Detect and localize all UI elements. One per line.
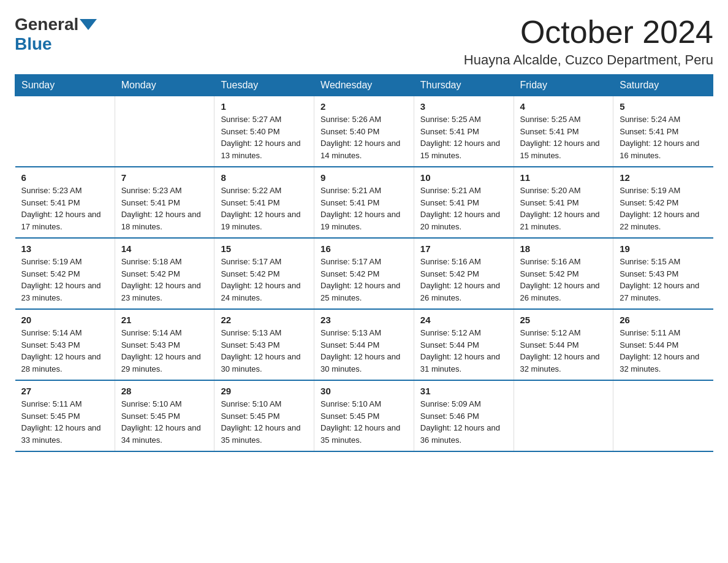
calendar-cell: 17Sunrise: 5:16 AM Sunset: 5:42 PM Dayli… xyxy=(414,238,514,309)
day-number: 21 xyxy=(121,315,208,325)
day-number: 13 xyxy=(21,243,108,254)
day-number: 23 xyxy=(320,315,408,325)
day-number: 14 xyxy=(121,243,208,254)
calendar-cell: 1Sunrise: 5:27 AM Sunset: 5:40 PM Daylig… xyxy=(214,96,314,167)
calendar-cell: 25Sunrise: 5:12 AM Sunset: 5:44 PM Dayli… xyxy=(514,309,613,380)
day-number: 4 xyxy=(520,101,607,112)
day-number: 6 xyxy=(21,172,108,183)
calendar-cell: 22Sunrise: 5:13 AM Sunset: 5:43 PM Dayli… xyxy=(214,309,314,380)
day-info: Sunrise: 5:20 AM Sunset: 5:41 PM Dayligh… xyxy=(520,185,607,232)
day-info: Sunrise: 5:17 AM Sunset: 5:42 PM Dayligh… xyxy=(221,256,308,304)
calendar-cell: 23Sunrise: 5:13 AM Sunset: 5:44 PM Dayli… xyxy=(314,309,414,380)
day-number: 29 xyxy=(221,386,308,396)
logo-general-text: General xyxy=(15,15,78,34)
calendar-cell: 11Sunrise: 5:20 AM Sunset: 5:41 PM Dayli… xyxy=(514,167,613,238)
day-number: 28 xyxy=(121,386,208,396)
calendar-cell: 12Sunrise: 5:19 AM Sunset: 5:42 PM Dayli… xyxy=(613,167,713,238)
calendar-cell: 3Sunrise: 5:25 AM Sunset: 5:41 PM Daylig… xyxy=(414,96,514,167)
calendar-cell: 21Sunrise: 5:14 AM Sunset: 5:43 PM Dayli… xyxy=(115,309,214,380)
day-number: 26 xyxy=(620,315,707,325)
calendar-week-row: 6Sunrise: 5:23 AM Sunset: 5:41 PM Daylig… xyxy=(15,167,713,238)
calendar-cell: 15Sunrise: 5:17 AM Sunset: 5:42 PM Dayli… xyxy=(214,238,314,309)
day-info: Sunrise: 5:14 AM Sunset: 5:43 PM Dayligh… xyxy=(121,327,208,375)
calendar-week-row: 27Sunrise: 5:11 AM Sunset: 5:45 PM Dayli… xyxy=(15,380,713,451)
day-info: Sunrise: 5:27 AM Sunset: 5:40 PM Dayligh… xyxy=(221,113,308,161)
day-number: 10 xyxy=(420,172,507,183)
logo: General Blue xyxy=(15,15,98,54)
day-number: 24 xyxy=(420,315,507,325)
calendar-cell: 19Sunrise: 5:15 AM Sunset: 5:43 PM Dayli… xyxy=(613,238,713,309)
day-info: Sunrise: 5:21 AM Sunset: 5:41 PM Dayligh… xyxy=(420,185,507,232)
day-info: Sunrise: 5:13 AM Sunset: 5:44 PM Dayligh… xyxy=(320,327,408,375)
calendar-cell: 30Sunrise: 5:10 AM Sunset: 5:45 PM Dayli… xyxy=(314,380,414,451)
day-info: Sunrise: 5:10 AM Sunset: 5:45 PM Dayligh… xyxy=(221,398,308,446)
weekday-header-monday: Monday xyxy=(115,75,214,96)
day-number: 1 xyxy=(221,101,308,112)
day-info: Sunrise: 5:22 AM Sunset: 5:41 PM Dayligh… xyxy=(221,185,308,232)
day-info: Sunrise: 5:16 AM Sunset: 5:42 PM Dayligh… xyxy=(420,256,507,304)
day-info: Sunrise: 5:17 AM Sunset: 5:42 PM Dayligh… xyxy=(320,256,408,304)
calendar-cell: 4Sunrise: 5:25 AM Sunset: 5:41 PM Daylig… xyxy=(514,96,613,167)
calendar-cell: 27Sunrise: 5:11 AM Sunset: 5:45 PM Dayli… xyxy=(15,380,115,451)
day-info: Sunrise: 5:16 AM Sunset: 5:42 PM Dayligh… xyxy=(520,256,607,304)
day-info: Sunrise: 5:11 AM Sunset: 5:44 PM Dayligh… xyxy=(620,327,707,375)
calendar-cell: 13Sunrise: 5:19 AM Sunset: 5:42 PM Dayli… xyxy=(15,238,115,309)
calendar-cell: 29Sunrise: 5:10 AM Sunset: 5:45 PM Dayli… xyxy=(214,380,314,451)
day-number: 8 xyxy=(221,172,308,183)
day-info: Sunrise: 5:11 AM Sunset: 5:45 PM Dayligh… xyxy=(21,398,108,446)
day-number: 30 xyxy=(320,386,408,396)
day-info: Sunrise: 5:10 AM Sunset: 5:45 PM Dayligh… xyxy=(320,398,408,446)
calendar-week-row: 1Sunrise: 5:27 AM Sunset: 5:40 PM Daylig… xyxy=(15,96,713,167)
calendar-cell: 8Sunrise: 5:22 AM Sunset: 5:41 PM Daylig… xyxy=(214,167,314,238)
weekday-header-tuesday: Tuesday xyxy=(214,75,314,96)
page-header: General Blue October 2024 Huayna Alcalde… xyxy=(15,15,713,68)
subtitle: Huayna Alcalde, Cuzco Department, Peru xyxy=(464,52,713,68)
calendar-cell: 24Sunrise: 5:12 AM Sunset: 5:44 PM Dayli… xyxy=(414,309,514,380)
calendar-cell: 26Sunrise: 5:11 AM Sunset: 5:44 PM Dayli… xyxy=(613,309,713,380)
logo-triangle-icon xyxy=(80,19,97,30)
weekday-header-saturday: Saturday xyxy=(613,75,713,96)
calendar-cell xyxy=(15,96,115,167)
calendar-cell: 6Sunrise: 5:23 AM Sunset: 5:41 PM Daylig… xyxy=(15,167,115,238)
day-number: 9 xyxy=(320,172,408,183)
calendar-week-row: 20Sunrise: 5:14 AM Sunset: 5:43 PM Dayli… xyxy=(15,309,713,380)
day-number: 2 xyxy=(320,101,408,112)
title-section: October 2024 Huayna Alcalde, Cuzco Depar… xyxy=(464,15,713,68)
calendar-cell: 16Sunrise: 5:17 AM Sunset: 5:42 PM Dayli… xyxy=(314,238,414,309)
day-number: 15 xyxy=(221,243,308,254)
day-info: Sunrise: 5:26 AM Sunset: 5:40 PM Dayligh… xyxy=(320,113,408,161)
day-info: Sunrise: 5:12 AM Sunset: 5:44 PM Dayligh… xyxy=(520,327,607,375)
day-number: 22 xyxy=(221,315,308,325)
calendar-cell: 14Sunrise: 5:18 AM Sunset: 5:42 PM Dayli… xyxy=(115,238,214,309)
day-number: 16 xyxy=(320,243,408,254)
day-info: Sunrise: 5:15 AM Sunset: 5:43 PM Dayligh… xyxy=(620,256,707,304)
weekday-header-sunday: Sunday xyxy=(15,75,115,96)
day-info: Sunrise: 5:19 AM Sunset: 5:42 PM Dayligh… xyxy=(620,185,707,232)
calendar-header-row: SundayMondayTuesdayWednesdayThursdayFrid… xyxy=(15,75,713,96)
day-number: 18 xyxy=(520,243,607,254)
day-number: 11 xyxy=(520,172,607,183)
day-number: 31 xyxy=(420,386,507,396)
calendar-cell xyxy=(115,96,214,167)
day-number: 25 xyxy=(520,315,607,325)
day-info: Sunrise: 5:21 AM Sunset: 5:41 PM Dayligh… xyxy=(320,185,408,232)
day-info: Sunrise: 5:10 AM Sunset: 5:45 PM Dayligh… xyxy=(121,398,208,446)
calendar-cell: 31Sunrise: 5:09 AM Sunset: 5:46 PM Dayli… xyxy=(414,380,514,451)
day-info: Sunrise: 5:23 AM Sunset: 5:41 PM Dayligh… xyxy=(121,185,208,232)
day-info: Sunrise: 5:23 AM Sunset: 5:41 PM Dayligh… xyxy=(21,185,108,232)
day-info: Sunrise: 5:12 AM Sunset: 5:44 PM Dayligh… xyxy=(420,327,507,375)
day-number: 19 xyxy=(620,243,707,254)
calendar-cell: 10Sunrise: 5:21 AM Sunset: 5:41 PM Dayli… xyxy=(414,167,514,238)
day-number: 7 xyxy=(121,172,208,183)
main-title: October 2024 xyxy=(464,15,713,50)
calendar-table: SundayMondayTuesdayWednesdayThursdayFrid… xyxy=(15,74,713,452)
day-info: Sunrise: 5:25 AM Sunset: 5:41 PM Dayligh… xyxy=(520,113,607,161)
calendar-cell: 7Sunrise: 5:23 AM Sunset: 5:41 PM Daylig… xyxy=(115,167,214,238)
day-info: Sunrise: 5:09 AM Sunset: 5:46 PM Dayligh… xyxy=(420,398,507,446)
day-number: 12 xyxy=(620,172,707,183)
day-number: 5 xyxy=(620,101,707,112)
day-info: Sunrise: 5:24 AM Sunset: 5:41 PM Dayligh… xyxy=(620,113,707,161)
day-info: Sunrise: 5:14 AM Sunset: 5:43 PM Dayligh… xyxy=(21,327,108,375)
day-info: Sunrise: 5:19 AM Sunset: 5:42 PM Dayligh… xyxy=(21,256,108,304)
calendar-cell xyxy=(613,380,713,451)
